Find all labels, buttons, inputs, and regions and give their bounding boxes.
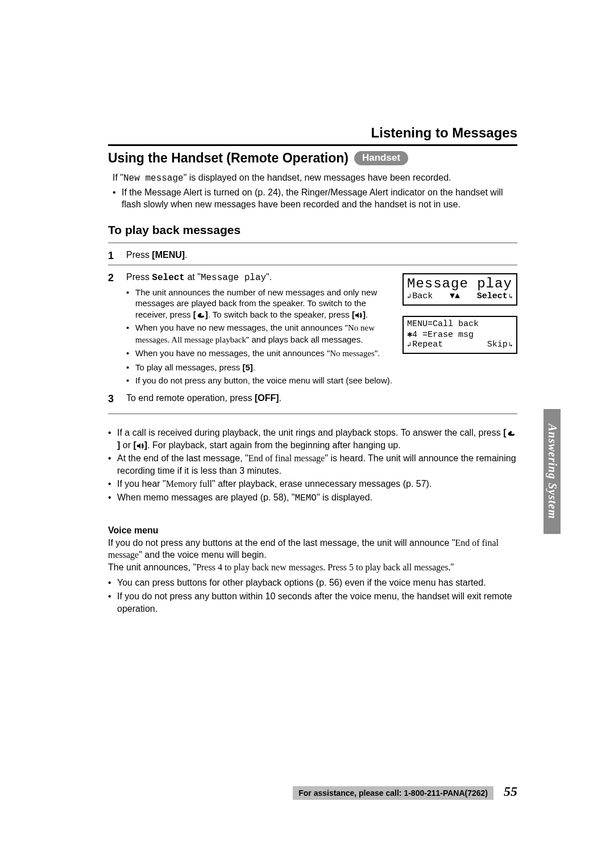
text: " is displayed on the handset, new messa… [184, 173, 451, 182]
section-tab: Answering System [544, 409, 561, 534]
text: If you hear "Memory full" after playback… [117, 478, 432, 490]
voice-menu-bullet: • You can press buttons for other playba… [108, 577, 517, 589]
text: When you have no messages, the unit anno… [135, 348, 380, 360]
sub-bullet: • When you have no new messages, the uni… [126, 322, 392, 345]
softkey-select: Select↳ [477, 291, 513, 301]
text: or [120, 440, 133, 450]
text: . For playback, start again from the beg… [147, 440, 401, 450]
text: To play all messages, press [5]. [135, 362, 255, 373]
voice-text: End of final message [248, 453, 325, 463]
voice-menu-p1: If you do not press any buttons at the e… [108, 537, 517, 561]
text: " and plays back all messages. [246, 335, 363, 344]
bullet-icon: • [108, 590, 114, 615]
text: If the Message Alert is turned on (p. 24… [122, 186, 517, 211]
voice-menu-block: If you do not press any buttons at the e… [108, 537, 517, 615]
rule [108, 265, 517, 265]
section-heading: Listening to Messages [108, 125, 517, 141]
rule [108, 243, 517, 243]
text: When you have no new messages, the unit … [135, 323, 348, 332]
manual-page: Listening to Messages Using the Handset … [0, 0, 614, 868]
softkey-repeat: ↲Repeat [407, 340, 443, 349]
text: You can press buttons for other playback… [117, 577, 486, 589]
nav-arrows-icon: ▼▲ [450, 291, 460, 301]
key-label: [MENU] [152, 250, 185, 260]
note-bullet: • If you hear "Memory full" after playba… [108, 478, 517, 490]
lcd-title: Message play [407, 277, 513, 291]
step-2-row: 2 Press Select at "Message play". • The … [108, 271, 517, 408]
talk-icon [196, 312, 205, 319]
lcd-line: MENU=Call back [407, 319, 513, 329]
lcd-softkeys: ↲Back ▼▲ Select↳ [407, 291, 513, 301]
right-arrow-icon: ↳ [509, 341, 513, 348]
bullet-icon: • [108, 478, 114, 490]
right-arrow-icon: ↳ [509, 293, 513, 300]
softkey-skip: Skip↳ [487, 340, 513, 349]
text: When memo messages are played (p. 58), " [117, 493, 294, 502]
voice-text: Memory full [166, 479, 212, 489]
step-3: 3 To end remote operation, press [OFF]. [108, 392, 392, 406]
step-2: 2 Press Select at "Message play". • The … [108, 271, 392, 386]
key-label: [5] [242, 362, 252, 372]
text: at " [185, 272, 201, 282]
bullet-icon: • [108, 452, 114, 477]
text: " is displayed. [317, 493, 372, 502]
text: " after playback, erase unnecessary mess… [212, 479, 432, 489]
sub-bullet: • If you do not press any button, the vo… [126, 375, 392, 386]
text: If a call is received during playback, t… [117, 428, 503, 437]
text: " and the voice menu will begin. [139, 550, 266, 560]
left-arrow-icon: ↲ [407, 293, 411, 300]
text: . [279, 393, 281, 403]
bullet-icon: • [126, 348, 132, 360]
text: ". [375, 348, 380, 358]
text: . To switch back to the speaker, press [208, 310, 352, 319]
voice-menu-p2: The unit announces, "Press 4 to play bac… [108, 561, 517, 574]
bullet-icon: • [126, 322, 132, 345]
left-arrow-icon: ↲ [407, 341, 411, 348]
bullet-icon: • [126, 287, 132, 320]
text: To end remote operation, press [126, 393, 255, 403]
lcd-screen-1: Message play ↲Back ▼▲ Select↳ [403, 273, 517, 306]
text: When you have no new messages, the unit … [135, 322, 392, 345]
text: Back [412, 291, 433, 301]
text: If you do not press any button, the voic… [135, 375, 392, 386]
text: ". [266, 272, 272, 282]
text: . [366, 310, 368, 319]
intro-block: If "New message" is displayed on the han… [113, 172, 517, 211]
page-number: 55 [504, 784, 517, 799]
bullet-icon: • [108, 427, 114, 451]
step-number: 3 [108, 392, 119, 406]
text: Skip [487, 340, 508, 349]
text: Select [477, 291, 508, 301]
sub-bullet: • To play all messages, press [5]. [126, 362, 392, 373]
text: If you do not press any buttons at the e… [108, 538, 455, 548]
text: At the end of the last message, "End of … [117, 452, 517, 477]
voice-menu-heading: Voice menu [108, 525, 517, 536]
step-text: Press Select at "Message play". • The un… [126, 271, 392, 386]
step-text: Press [MENU]. [126, 249, 517, 262]
lcd-softkeys: ↲Repeat Skip↳ [407, 340, 513, 349]
softkey-back: ↲Back [407, 291, 433, 301]
key-label: [OFF] [255, 393, 279, 403]
note-bullet: • When memo messages are played (p. 58),… [108, 491, 517, 505]
bullet-icon: • [108, 577, 114, 589]
assistance-banner: For assistance, please call: 1-800-211-P… [293, 786, 493, 800]
note-bullet: • At the end of the last message, "End o… [108, 452, 517, 477]
text: If a call is received during playback, t… [117, 427, 517, 451]
section-tab-label: Answering System [546, 424, 559, 519]
step-text: To end remote operation, press [OFF]. [126, 392, 392, 406]
voice-text: Press 4 to play back new messages. Press… [196, 562, 450, 572]
text: Repeat [412, 340, 443, 349]
text: The unit announces, " [108, 562, 196, 572]
lcd-screen-2: MENU=Call back ✱4 =Erase msg ↲Repeat Ski… [403, 316, 517, 354]
bullet-icon: • [108, 491, 114, 505]
playback-notes: • If a call is received during playback,… [108, 427, 517, 505]
intro-line: If "New message" is displayed on the han… [113, 172, 517, 185]
note-bullet: • If a call is received during playback,… [108, 427, 517, 451]
bullet-icon: • [126, 375, 132, 386]
step-1: 1 Press [MENU]. [108, 249, 517, 262]
handset-badge: Handset [354, 151, 408, 165]
page-title: Using the Handset (Remote Operation) [108, 151, 349, 166]
text: If you hear " [117, 479, 166, 489]
lcd-line: ✱4 =Erase msg [407, 329, 513, 340]
speakerphone-icon [136, 443, 144, 449]
